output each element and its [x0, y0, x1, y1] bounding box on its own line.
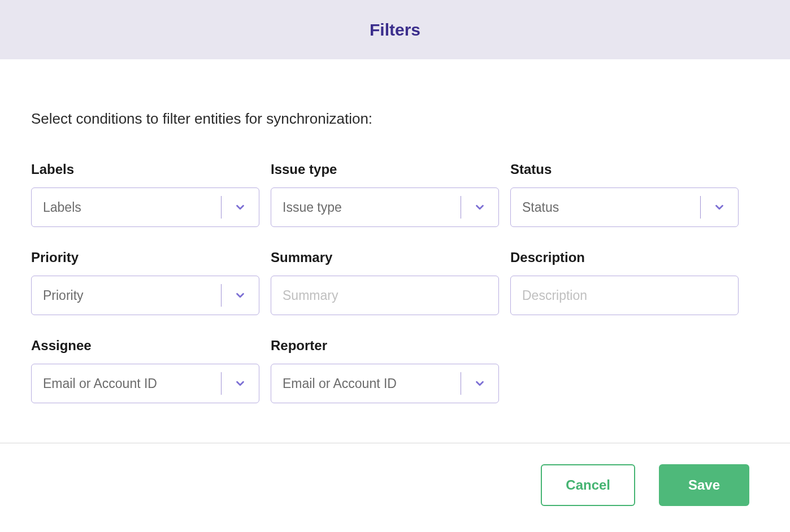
field-summary: Summary — [271, 250, 499, 315]
field-label-status: Status — [510, 162, 739, 177]
chevron-down-icon[interactable] — [461, 377, 498, 390]
field-label-summary: Summary — [271, 250, 499, 265]
instructions-text: Select conditions to filter entities for… — [31, 110, 759, 128]
labels-select-value[interactable] — [32, 200, 221, 215]
field-label-description: Description — [510, 250, 739, 265]
chevron-down-icon[interactable] — [222, 289, 259, 302]
labels-select[interactable] — [31, 187, 259, 227]
save-button[interactable]: Save — [659, 464, 749, 506]
field-priority: Priority — [31, 250, 259, 315]
chevron-down-icon[interactable] — [461, 201, 498, 213]
chevron-down-icon[interactable] — [222, 201, 259, 213]
status-select-value[interactable] — [511, 200, 700, 215]
status-select[interactable] — [510, 187, 739, 227]
summary-input[interactable] — [271, 276, 498, 315]
priority-select-value[interactable] — [32, 288, 221, 303]
filter-grid: Labels Issue type Status — [31, 162, 709, 403]
field-reporter: Reporter — [271, 338, 499, 403]
cancel-button[interactable]: Cancel — [541, 464, 635, 506]
assignee-select[interactable] — [31, 364, 259, 403]
field-issue-type: Issue type — [271, 162, 499, 227]
reporter-select-value[interactable] — [271, 376, 461, 391]
field-label-priority: Priority — [31, 250, 259, 265]
description-input[interactable] — [511, 276, 738, 315]
dialog-content: Select conditions to filter entities for… — [0, 59, 790, 426]
field-status: Status — [510, 162, 739, 227]
field-description: Description — [510, 250, 739, 315]
issue-type-select[interactable] — [271, 187, 499, 227]
description-input-wrap — [510, 276, 739, 315]
dialog-footer: Cancel Save — [541, 464, 749, 506]
reporter-select[interactable] — [271, 364, 499, 403]
dialog-title: Filters — [370, 20, 420, 40]
issue-type-select-value[interactable] — [271, 200, 461, 215]
chevron-down-icon[interactable] — [222, 377, 259, 390]
footer-divider — [0, 443, 790, 443]
summary-input-wrap — [271, 276, 499, 315]
field-label-reporter: Reporter — [271, 338, 499, 354]
priority-select[interactable] — [31, 276, 259, 315]
field-labels: Labels — [31, 162, 259, 227]
field-label-assignee: Assignee — [31, 338, 259, 354]
field-label-labels: Labels — [31, 162, 259, 177]
field-assignee: Assignee — [31, 338, 259, 403]
field-label-issue-type: Issue type — [271, 162, 499, 177]
chevron-down-icon[interactable] — [701, 201, 738, 213]
assignee-select-value[interactable] — [32, 376, 221, 391]
dialog-header: Filters — [0, 0, 790, 59]
